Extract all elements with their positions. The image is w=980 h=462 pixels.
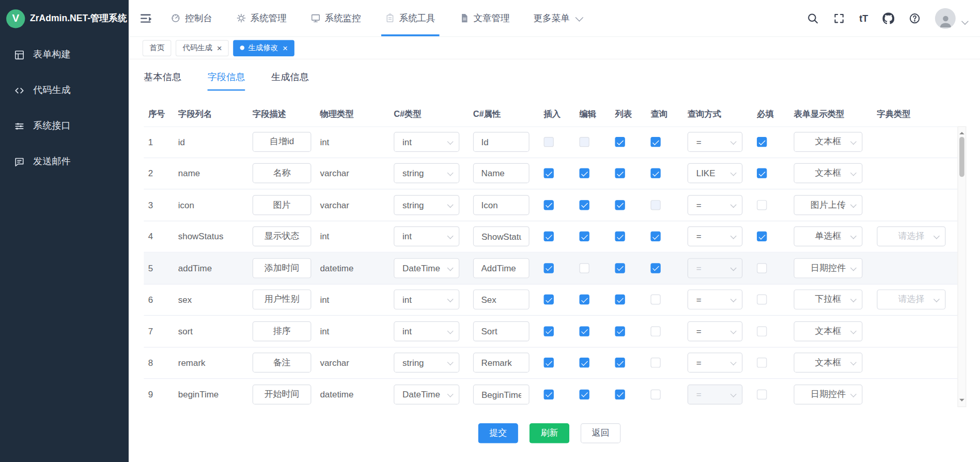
sidebar-item[interactable]: 发送邮件 <box>0 144 129 179</box>
required-checkbox[interactable] <box>757 295 767 304</box>
edit-checkbox[interactable] <box>579 295 589 304</box>
csharp-property-input[interactable] <box>473 163 530 183</box>
font-size-icon[interactable]: tT <box>859 12 868 24</box>
csharp-property-input[interactable] <box>473 132 530 152</box>
query-checkbox[interactable] <box>650 137 660 147</box>
top-nav-item[interactable]: 系统监控 <box>310 0 361 36</box>
list-checkbox[interactable] <box>615 232 625 241</box>
insert-checkbox[interactable] <box>544 295 554 304</box>
csharp-type-select[interactable]: string <box>394 163 459 183</box>
fullscreen-icon[interactable] <box>833 12 845 24</box>
query-checkbox[interactable] <box>650 232 660 241</box>
close-icon[interactable]: × <box>217 43 222 52</box>
csharp-property-input[interactable] <box>473 226 530 247</box>
list-checkbox[interactable] <box>615 200 625 210</box>
query-mode-select[interactable]: = <box>688 353 742 373</box>
edit-checkbox[interactable] <box>579 389 589 399</box>
top-nav-item[interactable]: 系统工具 <box>385 0 435 36</box>
top-nav-item[interactable]: 更多菜单 <box>534 0 581 36</box>
sidebar-item[interactable]: 系统接口 <box>0 108 129 144</box>
csharp-type-select[interactable]: int <box>394 226 459 247</box>
required-checkbox[interactable] <box>757 137 767 147</box>
required-checkbox[interactable] <box>757 358 767 367</box>
display-type-select[interactable]: 文本框 <box>794 132 862 152</box>
view-tag[interactable]: 代码生成× <box>176 40 229 56</box>
display-type-select[interactable]: 图片上传 <box>794 195 862 215</box>
top-nav-item[interactable]: 系统管理 <box>236 0 287 36</box>
refresh-button[interactable]: 刷新 <box>530 423 569 443</box>
dict-type-select[interactable]: 请选择 <box>877 289 945 310</box>
view-tag[interactable]: 首页 <box>143 40 172 56</box>
field-description-input[interactable] <box>253 195 312 215</box>
query-checkbox[interactable] <box>650 326 660 336</box>
edit-checkbox[interactable] <box>579 200 589 210</box>
insert-checkbox[interactable] <box>544 326 554 336</box>
display-type-select[interactable]: 日期控件 <box>794 258 862 278</box>
scroll-down-icon[interactable] <box>959 399 965 404</box>
display-type-select[interactable]: 下拉框 <box>794 289 862 310</box>
csharp-property-input[interactable] <box>473 195 530 215</box>
required-checkbox[interactable] <box>757 389 767 399</box>
csharp-type-select[interactable]: string <box>394 195 459 215</box>
field-description-input[interactable] <box>253 384 312 405</box>
search-icon[interactable] <box>807 12 819 24</box>
query-mode-select[interactable]: = <box>688 321 742 342</box>
csharp-type-select[interactable]: int <box>394 289 459 310</box>
list-checkbox[interactable] <box>615 389 625 399</box>
query-mode-select[interactable]: = <box>688 195 742 215</box>
csharp-type-select[interactable]: string <box>394 353 459 373</box>
scroll-up-icon[interactable] <box>959 129 965 134</box>
top-nav-item[interactable]: 控制台 <box>170 0 212 36</box>
insert-checkbox[interactable] <box>544 232 554 241</box>
field-description-input[interactable] <box>253 321 312 342</box>
field-description-input[interactable] <box>253 226 312 247</box>
avatar[interactable] <box>935 8 956 28</box>
list-checkbox[interactable] <box>615 295 625 304</box>
list-checkbox[interactable] <box>615 326 625 336</box>
query-mode-select[interactable]: = <box>688 289 742 310</box>
csharp-type-select[interactable]: DateTime <box>394 384 459 405</box>
insert-checkbox[interactable] <box>544 358 554 367</box>
required-checkbox[interactable] <box>757 200 767 210</box>
csharp-property-input[interactable] <box>473 289 530 310</box>
insert-checkbox[interactable] <box>544 263 554 273</box>
edit-checkbox[interactable] <box>579 326 589 336</box>
query-checkbox[interactable] <box>650 263 660 273</box>
close-icon[interactable]: × <box>283 43 288 52</box>
insert-checkbox[interactable] <box>544 200 554 210</box>
csharp-type-select[interactable]: DateTime <box>394 258 459 278</box>
edit-checkbox[interactable] <box>579 263 589 273</box>
query-checkbox[interactable] <box>650 389 660 399</box>
github-icon[interactable] <box>882 12 894 24</box>
content-tab[interactable]: 字段信息 <box>208 71 245 91</box>
edit-checkbox[interactable] <box>579 168 589 178</box>
content-tab[interactable]: 基本信息 <box>144 71 181 91</box>
query-mode-select[interactable]: LIKE <box>688 163 742 183</box>
list-checkbox[interactable] <box>615 168 625 178</box>
csharp-type-select[interactable]: int <box>394 321 459 342</box>
csharp-property-input[interactable] <box>473 353 530 373</box>
dict-type-select[interactable]: 请选择 <box>877 226 945 247</box>
sidebar-item[interactable]: 表单构建 <box>0 37 129 72</box>
insert-checkbox[interactable] <box>544 168 554 178</box>
field-description-input[interactable] <box>253 289 312 310</box>
list-checkbox[interactable] <box>615 137 625 147</box>
query-checkbox[interactable] <box>650 295 660 304</box>
list-checkbox[interactable] <box>615 358 625 367</box>
scrollbar-thumb[interactable] <box>959 137 965 177</box>
content-tab[interactable]: 生成信息 <box>271 71 309 91</box>
csharp-property-input[interactable] <box>473 384 530 405</box>
required-checkbox[interactable] <box>757 326 767 336</box>
back-button[interactable]: 返回 <box>581 423 620 443</box>
display-type-select[interactable]: 日期控件 <box>794 384 862 405</box>
csharp-property-input[interactable] <box>473 258 530 278</box>
edit-checkbox[interactable] <box>579 358 589 367</box>
submit-button[interactable]: 提交 <box>478 423 518 443</box>
required-checkbox[interactable] <box>757 168 767 178</box>
csharp-property-input[interactable] <box>473 321 530 342</box>
help-icon[interactable] <box>909 12 921 24</box>
field-description-input[interactable] <box>253 258 312 278</box>
query-mode-select[interactable]: = <box>688 132 742 152</box>
field-description-input[interactable] <box>253 132 312 152</box>
view-tag[interactable]: 生成修改× <box>233 40 294 56</box>
